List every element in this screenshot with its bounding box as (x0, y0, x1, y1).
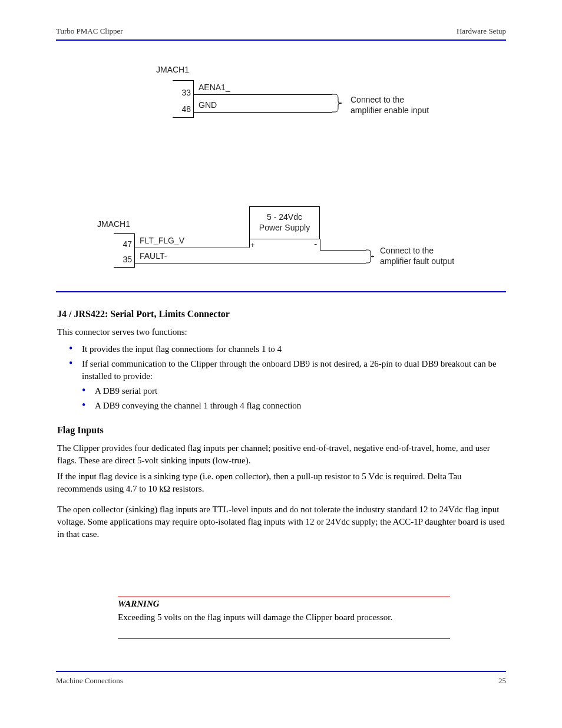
diagram1-note-l1: Connect to the (351, 95, 404, 104)
diagram2-vwire-minus (320, 239, 320, 250)
ps-line1: 5 - 24Vdc (267, 212, 302, 222)
bullet-item: A DB9 serial port (82, 385, 506, 397)
diagram2-wire-fltv (135, 248, 249, 248)
diagram2-sig2: FAULT- (140, 251, 167, 261)
bullet-item: A DB9 conveying the channel 1 through 4 … (82, 400, 506, 412)
diagram1-note: Connect to the amplifier enable input (351, 94, 429, 116)
diagram1-note-l2: amplifier enable input (351, 106, 429, 115)
section-rule (56, 291, 506, 292)
bullet-text: If serial communication to the Clipper t… (82, 359, 497, 381)
diagram1-title: JMACH1 (156, 65, 189, 74)
minus-icon: - (314, 241, 317, 248)
diagram2-sig1: FLT_FLG_V (140, 236, 184, 245)
diagram2-note: Connect to the amplifier fault output (380, 245, 454, 266)
header-rule (56, 39, 506, 41)
diagram2-title: JMACH1 (97, 219, 130, 229)
footer-right: 25 (498, 676, 506, 686)
warning-body: Exceeding 5 volts on the flag inputs wil… (118, 612, 392, 622)
diagram1-wire1 (194, 94, 332, 95)
warning-bottom-rule (118, 638, 450, 639)
warning-label: WARNING (118, 598, 450, 610)
warning-top-rule (118, 597, 450, 597)
body-text: J4 / JRS422: Serial Port, Limits Connect… (57, 308, 506, 544)
flags-para1: The Clipper provides four dedicated flag… (57, 442, 506, 467)
bullet-text: A DB9 serial port (95, 386, 157, 396)
diagram2-connector: 47 35 (114, 233, 135, 268)
diagram-fault: JMACH1 47 35 FLT_FLG_V FAULT- 5 - 24Vdc … (97, 206, 510, 283)
section-intro: This connector serves two functions: (57, 326, 506, 338)
diagram2-wire-fault (135, 263, 366, 263)
bullet-text: It provides the input flag connections f… (82, 344, 282, 354)
diagram2-note-l2: amplifier fault output (380, 256, 454, 266)
header-right: Hardware Setup (457, 27, 506, 36)
bullet-item: It provides the input flag connections f… (69, 343, 506, 355)
footer-left: Machine Connections (56, 676, 123, 686)
diagram1-sig1: AENA1_ (199, 83, 230, 92)
diagram1-wire2 (194, 112, 332, 113)
power-supply-box: 5 - 24Vdc Power Supply (249, 206, 320, 239)
diagram1-sig2: GND (199, 100, 217, 110)
ps-line2: Power Supply (259, 223, 310, 232)
footer-rule (56, 671, 506, 672)
brace-icon (366, 246, 379, 266)
diagram2-note-l1: Connect to the (380, 246, 434, 255)
diagram2-pin2: 35 (114, 252, 132, 267)
flags-heading: Flag Inputs (57, 424, 506, 436)
diagram1-connector: 33 48 (173, 80, 194, 118)
bullet-list-outer: It provides the input flag connections f… (69, 343, 506, 383)
diagram2-vwire-plus (249, 239, 250, 248)
section-title: J4 / JRS422: Serial Port, Limits Connect… (57, 308, 506, 320)
bullet-text: A DB9 conveying the channel 1 through 4 … (95, 401, 301, 410)
brace-icon (332, 91, 349, 116)
diagram1-pin2: 48 (173, 101, 191, 117)
diagram2-pin1: 47 (114, 236, 132, 252)
flags-para2: If the input flag device is a sinking ty… (57, 470, 506, 495)
bullet-list-inner: A DB9 serial port A DB9 conveying the ch… (82, 385, 506, 412)
page-footer: Machine Connections 25 (56, 676, 506, 686)
plus-icon: + (250, 241, 255, 249)
diagram1-pin1: 33 (173, 84, 191, 101)
warning-box: WARNING Exceeding 5 volts on the flag in… (118, 598, 450, 624)
page: Turbo PMAC Clipper Hardware Setup JMACH1… (0, 0, 562, 728)
page-header: Turbo PMAC Clipper Hardware Setup (56, 27, 506, 36)
header-left: Turbo PMAC Clipper (56, 27, 123, 36)
diagram-aena: JMACH1 33 48 AENA1_ GND Connect to the a… (156, 65, 474, 130)
bullet-item: If serial communication to the Clipper t… (69, 358, 506, 383)
diagram2-wire-minus-out (320, 250, 366, 251)
flags-para3: The open collector (sinking) flag inputs… (57, 503, 506, 541)
